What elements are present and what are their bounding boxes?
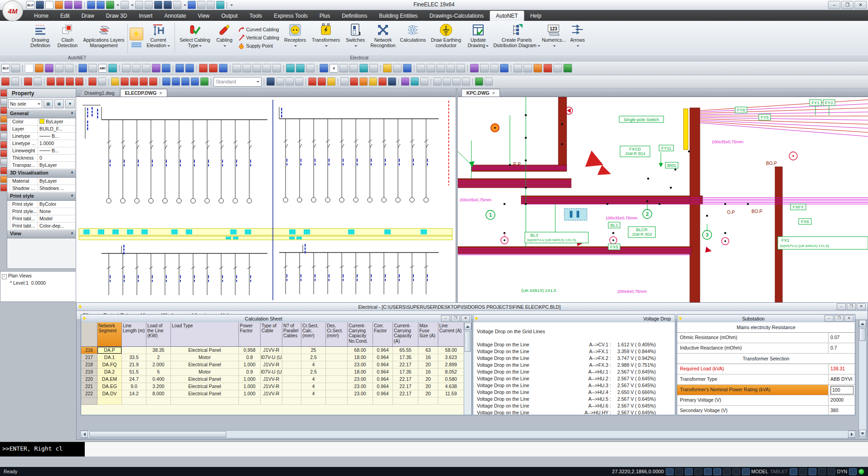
tree-item-plan-views[interactable]: −Plan Views [2, 273, 74, 279]
clash-detection-button[interactable]: Clash Detection [54, 22, 81, 50]
prop-row-linetype[interactable]: LinetypeB... [11, 133, 76, 140]
viewport-icon[interactable] [433, 78, 441, 86]
workspace-switch-icon[interactable] [818, 468, 826, 475]
line-icon[interactable] [233, 64, 241, 73]
array-icon[interactable] [456, 64, 465, 73]
view-cube-icon[interactable] [514, 64, 522, 73]
substation-row[interactable]: Inductive Reactance (mOhm)0.7 [677, 343, 855, 354]
model-toggle[interactable]: MODEL [752, 469, 768, 474]
applications-layers-management-button[interactable]: Applications Layers Management [81, 22, 126, 50]
tab-drawing1[interactable]: Drawing1.dwg [80, 89, 119, 97]
curved-cabling-button[interactable]: Curved Cabling [238, 25, 279, 34]
lwt-toggle-icon[interactable] [732, 468, 740, 475]
minimize-button[interactable]: – [824, 315, 834, 322]
zoom-window-icon[interactable] [286, 64, 295, 73]
insert-block-icon[interactable] [388, 78, 396, 86]
arrows-button[interactable]: Arrows [567, 22, 588, 50]
save-as-icon[interactable] [74, 1, 82, 9]
supply-point-button[interactable]: Supply Point [238, 42, 279, 50]
tab-insert[interactable]: Insert [133, 11, 158, 21]
maximize-button[interactable]: ❐ [841, 1, 853, 9]
command-prompt[interactable]: >>ENTER, Right cl [0, 442, 85, 457]
rectangle-icon[interactable] [272, 64, 281, 73]
tab-kpc[interactable]: KPC.DWG× [461, 89, 500, 97]
dim-space-icon[interactable] [98, 78, 106, 86]
bld-folder-icon[interactable] [36, 1, 44, 9]
table-row[interactable]: 220DA.EM24.70.400Electrical Panel1.000J1… [81, 376, 464, 383]
mtext-icon[interactable]: A [330, 64, 338, 73]
image-icon[interactable] [411, 78, 419, 86]
ducs-toggle-icon[interactable] [723, 468, 731, 475]
tab-output[interactable]: Output [215, 11, 243, 21]
table-row[interactable]: 219DA.251.55Motor0.9I07V-U (U2.518.000.9… [81, 369, 464, 376]
otrack-toggle-icon[interactable] [713, 468, 721, 475]
substation-row-transformer-type[interactable]: Transformer TypeABB DYVI [677, 374, 855, 385]
network-recognition-button[interactable]: Network Recognition [368, 22, 398, 50]
clean-screen-icon[interactable] [849, 468, 857, 475]
receptors-button[interactable]: Receptors [281, 22, 309, 50]
leader-icon[interactable] [349, 64, 358, 73]
tab-tools[interactable]: Tools [243, 11, 268, 21]
dimension-icon[interactable] [339, 64, 348, 73]
tab-drawings-calculations[interactable]: Drawings-Calculations [424, 11, 490, 21]
voltage-drop-title-bar[interactable]: Voltage Drop [473, 315, 675, 323]
select-objects-button[interactable]: ◉ [54, 99, 64, 108]
tab-draw3d[interactable]: Draw 3D [100, 11, 133, 21]
mirror-icon[interactable] [436, 64, 445, 73]
substation-row-secondary-voltage[interactable]: Secondary Voltage (V)380 [677, 406, 855, 415]
grid-lines-icon[interactable] [131, 42, 141, 48]
mleader-edit-icon[interactable] [286, 78, 294, 86]
right-drawing-canvas[interactable]: 1 2 3 Single-pole Switch FY8 FY1 FY2 FY5… [458, 97, 868, 302]
substation-row-nominal-power[interactable]: Transformer's Nominal Power Rating (kVA)… [677, 385, 855, 395]
switches-button[interactable]: Switches [343, 22, 368, 50]
close-button[interactable]: ✕ [461, 315, 470, 322]
block-editor-icon[interactable] [162, 64, 170, 73]
3d-views-icon[interactable] [452, 78, 461, 86]
find-icon[interactable] [108, 64, 117, 73]
dim-continue-icon[interactable] [75, 78, 83, 86]
autoscale-icon[interactable] [809, 468, 816, 475]
tab-plus[interactable]: Plus [314, 11, 336, 21]
modify-icon[interactable] [0, 90, 7, 97]
tree-item-level1[interactable]: * Level:1 0.0000 [10, 280, 74, 286]
annotation-visibility-icon[interactable] [799, 468, 807, 475]
electrical-vertical-scrollbar[interactable] [858, 319, 867, 438]
toggle-pickadd-button[interactable]: ▼ [65, 99, 75, 108]
prop-row-lineweight[interactable]: LineweightB... [11, 147, 76, 155]
table-style-icon[interactable] [267, 78, 275, 86]
table-row[interactable]: 218DA.FQ21.92.000Electrical Panel1.000J1… [81, 361, 464, 369]
bld-file-icon[interactable]: BLD [26, 1, 34, 9]
polyline-icon[interactable] [242, 64, 251, 73]
print-icon[interactable] [173, 1, 181, 9]
tolerance-icon[interactable] [121, 78, 129, 86]
3d-dwf-icon[interactable] [88, 64, 97, 73]
plot-icon[interactable] [55, 64, 63, 73]
block-icon[interactable] [369, 78, 377, 86]
publish-icon[interactable] [207, 1, 215, 9]
attribute-icon[interactable] [378, 78, 387, 86]
prop-row-thickness[interactable]: Thickness0 [11, 155, 76, 162]
offset-icon[interactable] [446, 64, 455, 73]
region-icon[interactable] [553, 64, 562, 73]
scale-icon[interactable] [0, 150, 7, 157]
toolbar-lock-icon[interactable] [828, 468, 835, 475]
ortho-toggle-icon[interactable] [685, 468, 693, 475]
tab-edit[interactable]: Edit [54, 11, 76, 21]
explode-icon[interactable] [209, 64, 218, 73]
collapse-icon[interactable]: − [2, 274, 7, 279]
prop-row-print-table-type[interactable]: Print tabl...Color-dep... [11, 223, 76, 230]
drawing-definition-button[interactable]: Drawing Definition [27, 22, 54, 50]
fillet-icon[interactable] [0, 116, 7, 122]
update-drawing-button[interactable]: Update Drawing [464, 22, 492, 50]
minimize-button[interactable]: – [441, 315, 450, 322]
rotate-icon[interactable] [427, 64, 435, 73]
tablet-toggle[interactable]: TABLET [770, 469, 788, 474]
dim-angular-icon[interactable] [24, 78, 32, 86]
point-style-icon[interactable] [359, 78, 368, 86]
tab-elecdp[interactable]: ELECDP.DWG× [120, 89, 167, 97]
bld-icon[interactable]: BLD [1, 64, 10, 73]
group-icon[interactable] [563, 64, 572, 73]
substation-row[interactable]: Ohmic Resistance (mOhm)0.07 [677, 333, 855, 343]
prop-row-shadow[interactable]: Shadow ...Shadows ... [11, 185, 76, 192]
distance-icon[interactable] [533, 64, 542, 73]
